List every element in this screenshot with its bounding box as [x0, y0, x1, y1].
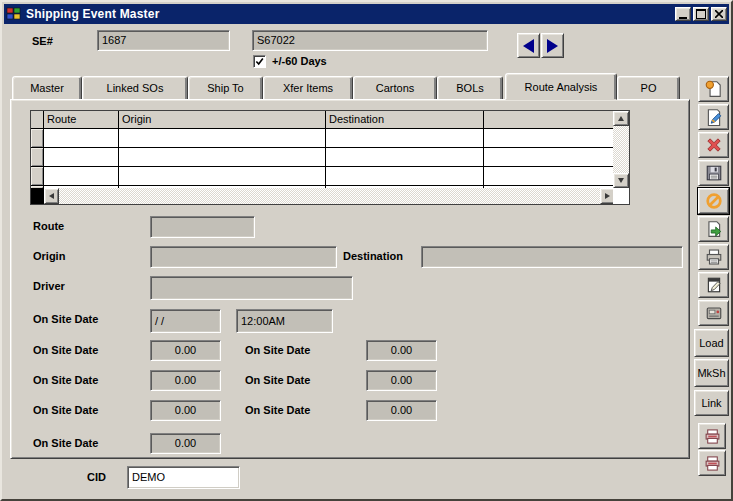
post-register-button[interactable]	[698, 300, 729, 326]
onsite-date-label: On Site Date	[33, 313, 98, 325]
grid-column-destination[interactable]: Destination	[326, 111, 484, 128]
onsite-date-field[interactable]: / /	[150, 309, 221, 333]
onsite-num-label-7: On Site Date	[33, 437, 98, 449]
vertical-scroll-track[interactable]	[613, 126, 629, 173]
onsite-num-label-6: On Site Date	[245, 404, 310, 416]
route-field[interactable]	[150, 216, 255, 238]
onsite-num-field-1[interactable]: 0.00	[150, 340, 221, 361]
window-title: Shipping Event Master	[26, 7, 160, 21]
notes-icon	[705, 276, 723, 294]
copy-record-button[interactable]	[698, 216, 729, 242]
printer-small-icon	[704, 455, 721, 472]
horizontal-scroll-track[interactable]	[59, 188, 600, 204]
mksh-button[interactable]: MkSh	[694, 359, 729, 387]
tab-po[interactable]: PO	[617, 76, 680, 100]
tab-linked-sos[interactable]: Linked SOs	[82, 76, 188, 100]
grid-column-origin[interactable]: Origin	[119, 111, 326, 128]
table-row[interactable]	[31, 167, 613, 186]
scroll-down-button[interactable]	[613, 173, 629, 188]
arrow-right-icon	[547, 39, 558, 53]
grid-header-row: Route Origin Destination	[31, 111, 629, 129]
origin-field[interactable]	[150, 246, 337, 268]
tab-cartons[interactable]: Cartons	[353, 76, 437, 100]
scrollbar-corner	[613, 188, 629, 204]
maximize-button[interactable]	[693, 7, 709, 21]
tab-master[interactable]: Master	[12, 76, 82, 100]
driver-combobox[interactable]	[150, 276, 353, 300]
print-doc-2-button[interactable]	[698, 450, 726, 476]
grid-column-route[interactable]: Route	[44, 111, 119, 128]
new-record-icon	[705, 80, 723, 98]
maximize-icon	[696, 9, 706, 19]
se-number-label: SE#	[32, 35, 53, 47]
row-selector[interactable]	[31, 167, 44, 185]
onsite-num-label-1: On Site Date	[33, 344, 98, 356]
se-number-field[interactable]: 1687	[97, 30, 230, 51]
load-button[interactable]: Load	[694, 329, 729, 357]
arrow-left-icon	[523, 39, 534, 53]
onsite-num-label-2: On Site Date	[245, 344, 310, 356]
tab-bols[interactable]: BOLs	[437, 76, 503, 100]
grid-horizontal-scrollbar[interactable]	[31, 188, 615, 204]
onsite-num-field-6[interactable]: 0.00	[366, 400, 437, 421]
destination-field[interactable]	[421, 246, 683, 268]
title-bar[interactable]: Shipping Event Master	[4, 4, 729, 24]
tab-route-analysis[interactable]: Route Analysis	[505, 73, 617, 100]
table-row[interactable]	[31, 148, 613, 167]
link-button[interactable]: Link	[694, 390, 729, 416]
origin-label: Origin	[33, 250, 65, 262]
grid-column-blank	[484, 111, 615, 128]
minimize-button[interactable]	[675, 7, 691, 21]
grid-vertical-scrollbar[interactable]	[613, 111, 629, 188]
days-range-label: +/-60 Days	[272, 55, 327, 67]
shipping-event-master-window: Shipping Event Master SE# 1687 S67022 +/…	[0, 0, 733, 501]
cancel-icon	[705, 192, 723, 210]
onsite-num-field-7[interactable]: 0.00	[150, 433, 221, 454]
delete-record-button[interactable]	[698, 132, 729, 158]
scroll-up-icon	[618, 116, 624, 121]
new-record-button[interactable]	[698, 76, 729, 102]
scroll-down-icon	[618, 178, 624, 183]
nav-next-button[interactable]	[541, 33, 564, 58]
edit-notes-button[interactable]	[698, 272, 729, 298]
route-label: Route	[33, 220, 64, 232]
row-selector[interactable]	[31, 129, 44, 147]
se-code-field[interactable]: S67022	[252, 30, 488, 51]
grid-body	[31, 129, 613, 188]
onsite-num-field-2[interactable]: 0.00	[366, 340, 437, 361]
scroll-up-button[interactable]	[613, 111, 629, 126]
onsite-num-label-5: On Site Date	[33, 404, 98, 416]
edit-record-button[interactable]	[698, 104, 729, 130]
cid-combobox[interactable]: DEMO	[127, 466, 240, 489]
table-row[interactable]	[31, 129, 613, 148]
onsite-num-label-4: On Site Date	[245, 374, 310, 386]
minimize-icon	[679, 17, 687, 19]
cancel-edit-button[interactable]	[698, 188, 729, 214]
close-icon	[715, 10, 723, 18]
onsite-num-label-3: On Site Date	[33, 374, 98, 386]
print-doc-1-button[interactable]	[698, 423, 726, 449]
onsite-num-field-4[interactable]: 0.00	[366, 370, 437, 391]
onsite-num-field-3[interactable]: 0.00	[150, 370, 221, 391]
onsite-time-field[interactable]: 12:00AM	[236, 309, 333, 333]
tab-ship-to[interactable]: Ship To	[188, 76, 263, 100]
row-selector[interactable]	[31, 148, 44, 166]
tab-xfer-items[interactable]: Xfer Items	[263, 76, 353, 100]
printer-small-icon	[704, 428, 721, 445]
print-button[interactable]	[698, 244, 729, 270]
app-icon	[6, 6, 22, 22]
close-button[interactable]	[711, 7, 727, 21]
destination-label: Destination	[343, 250, 403, 262]
grid-corner-block	[31, 188, 44, 204]
save-icon	[705, 164, 723, 182]
copy-record-icon	[705, 220, 723, 238]
onsite-num-field-5[interactable]: 0.00	[150, 400, 221, 421]
days-range-checkbox[interactable]	[253, 55, 266, 68]
route-analysis-panel: Route Origin Destination	[10, 99, 690, 459]
scroll-left-button[interactable]	[44, 188, 59, 204]
save-record-button[interactable]	[698, 160, 729, 186]
nav-previous-button[interactable]	[517, 33, 540, 58]
cid-label: CID	[87, 471, 106, 483]
routes-grid: Route Origin Destination	[30, 110, 630, 205]
checkmark-icon	[255, 57, 264, 66]
